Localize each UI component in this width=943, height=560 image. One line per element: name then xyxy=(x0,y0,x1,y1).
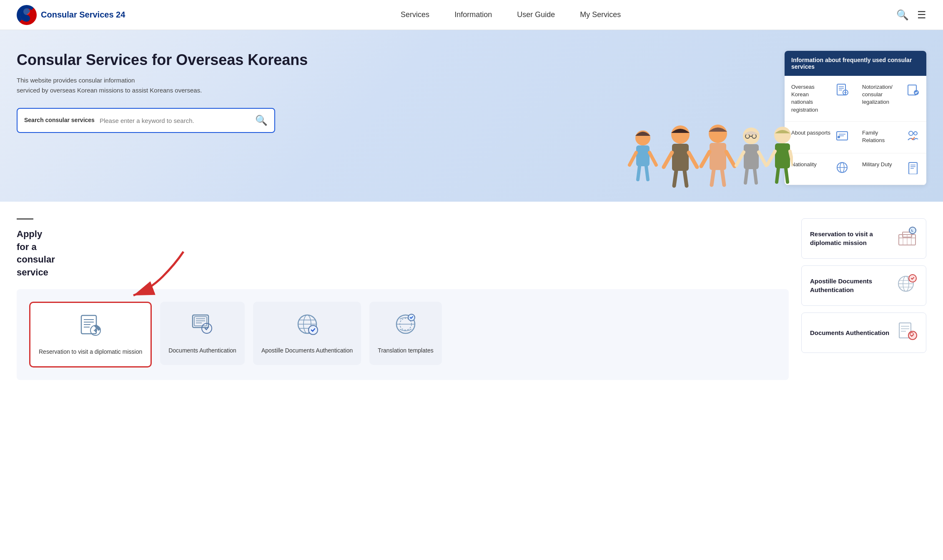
info-grid: Overseas Korean nationals registration N… xyxy=(785,76,926,185)
svg-line-24 xyxy=(755,169,756,183)
info-item-2-label: About passports xyxy=(791,129,831,137)
search-box: Search consular services 🔍 xyxy=(17,108,275,133)
svg-rect-34 xyxy=(837,84,845,95)
service-card-1[interactable]: Documents Authentication xyxy=(160,302,245,365)
service-card-0[interactable]: Reservation to visit a diplomatic missio… xyxy=(29,302,152,368)
menu-icon[interactable]: ☰ xyxy=(917,9,926,21)
sidebar-card-1[interactable]: Apostille Documents Authentication xyxy=(801,265,926,306)
svg-point-7 xyxy=(671,125,690,144)
service-card-0-label: Reservation to visit a diplomatic missio… xyxy=(39,348,142,356)
info-box: Information about frequently used consul… xyxy=(785,51,926,185)
service-card-3[interactable]: Translation templates xyxy=(369,302,441,365)
svg-line-30 xyxy=(767,151,775,165)
info-item-5-label: Military Duty xyxy=(862,161,902,168)
hero-left: Consular Services for Overseas Koreans T… xyxy=(17,51,772,133)
section-title: Applyfor aconsularservice xyxy=(17,228,789,279)
services-grid: Reservation to visit a diplomatic missio… xyxy=(17,289,789,380)
nav-user-guide[interactable]: User Guide xyxy=(517,10,555,19)
sidebar-card-2[interactable]: Documents Authentication xyxy=(801,312,926,353)
apply-section: Applyfor aconsularservice xyxy=(17,218,789,380)
svg-rect-14 xyxy=(710,143,726,170)
navigation: Consular Services 24 Services Informatio… xyxy=(0,0,943,30)
info-item-2-icon xyxy=(835,129,849,145)
svg-line-10 xyxy=(689,152,697,167)
info-item-4[interactable]: Nationality xyxy=(785,153,855,185)
sidebar-card-1-label: Apostille Documents Authentication xyxy=(810,277,891,294)
svg-line-12 xyxy=(685,171,687,186)
info-item-1[interactable]: Notorization/ consular legalization xyxy=(855,76,926,122)
info-item-0-label: Overseas Korean nationals registration xyxy=(791,83,831,114)
svg-line-9 xyxy=(664,152,672,167)
info-item-4-icon xyxy=(835,161,849,177)
svg-line-5 xyxy=(638,166,640,180)
svg-rect-29 xyxy=(775,143,790,168)
services-row-container: Reservation to visit a diplomatic missio… xyxy=(17,289,789,380)
service-icon-2 xyxy=(295,312,320,341)
hero-title: Consular Services for Overseas Koreans xyxy=(17,51,772,69)
nav-links: Services Information User Guide My Servi… xyxy=(125,10,896,19)
info-item-3-label: Family Relations xyxy=(862,129,902,144)
sidebar-card-2-label: Documents Authentication xyxy=(810,328,891,337)
svg-line-23 xyxy=(745,169,747,183)
svg-line-4 xyxy=(650,152,656,165)
info-item-5-icon xyxy=(906,161,920,177)
svg-line-16 xyxy=(726,152,735,166)
svg-point-88 xyxy=(909,227,916,234)
nav-information[interactable]: Information xyxy=(454,10,492,19)
hero-section: Consular Services for Overseas Koreans T… xyxy=(0,30,943,202)
service-card-2-label: Apostille Documents Authentication xyxy=(261,347,353,355)
svg-line-32 xyxy=(777,168,778,182)
info-item-4-label: Nationality xyxy=(791,161,831,168)
svg-line-3 xyxy=(630,152,636,165)
nav-my-services[interactable]: My Services xyxy=(580,10,621,19)
hero-description: This website provides consular informati… xyxy=(17,75,772,95)
svg-rect-20 xyxy=(744,144,759,169)
svg-line-17 xyxy=(712,170,714,185)
service-icon-0 xyxy=(78,313,103,342)
service-icon-3 xyxy=(393,312,418,341)
svg-line-21 xyxy=(736,152,744,165)
svg-point-28 xyxy=(774,127,791,143)
svg-point-47 xyxy=(909,131,913,135)
logo-icon xyxy=(17,5,37,25)
svg-line-6 xyxy=(646,166,648,180)
svg-point-13 xyxy=(709,125,727,143)
info-item-0[interactable]: Overseas Korean nationals registration xyxy=(785,76,855,122)
section-divider xyxy=(17,218,33,220)
svg-point-48 xyxy=(914,132,917,135)
info-item-1-icon xyxy=(906,83,920,100)
info-item-3[interactable]: Family Relations xyxy=(855,122,926,153)
svg-line-11 xyxy=(674,171,676,186)
svg-point-46 xyxy=(838,136,840,138)
info-item-1-label: Notorization/ consular legalization xyxy=(862,83,902,106)
main-content: Applyfor aconsularservice xyxy=(0,202,943,397)
info-item-2[interactable]: About passports xyxy=(785,122,855,153)
service-card-2[interactable]: Apostille Documents Authentication xyxy=(253,302,361,365)
svg-line-18 xyxy=(722,170,724,185)
svg-line-33 xyxy=(786,168,788,182)
svg-line-22 xyxy=(759,152,766,165)
svg-line-15 xyxy=(701,152,710,166)
nav-icons: 🔍 ☰ xyxy=(896,9,926,21)
search-button[interactable]: 🔍 xyxy=(255,115,268,126)
service-card-1-label: Documents Authentication xyxy=(168,347,236,355)
svg-line-31 xyxy=(790,151,793,165)
hero-illustration xyxy=(618,121,793,202)
svg-rect-2 xyxy=(636,145,650,166)
sidebar-card-2-icon xyxy=(897,320,918,345)
service-icon-1 xyxy=(190,312,215,341)
logo-text: Consular Services 24 xyxy=(41,10,125,20)
sidebar-card-0-label: Reservation to visit a diplomatic missio… xyxy=(810,230,891,247)
info-item-3-icon xyxy=(906,129,920,145)
info-item-0-icon xyxy=(835,83,849,100)
service-card-3-label: Translation templates xyxy=(378,347,433,355)
svg-rect-8 xyxy=(672,144,689,171)
info-item-5[interactable]: Military Duty xyxy=(855,153,926,185)
nav-services[interactable]: Services xyxy=(401,10,429,19)
search-icon[interactable]: 🔍 xyxy=(896,9,909,21)
search-label: Search consular services xyxy=(24,116,95,125)
sidebar-card-0[interactable]: Reservation to visit a diplomatic missio… xyxy=(801,218,926,259)
logo-area[interactable]: Consular Services 24 xyxy=(17,5,125,25)
right-sidebar: Reservation to visit a diplomatic missio… xyxy=(801,218,926,380)
search-input[interactable] xyxy=(100,117,250,124)
